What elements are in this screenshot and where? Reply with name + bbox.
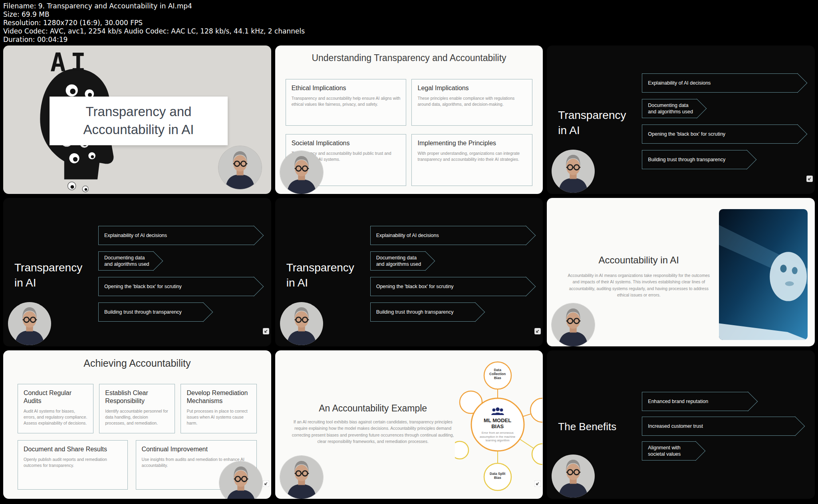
slide-title: Understanding Transparency and Accountab…: [275, 45, 543, 63]
arrow-item: Opening the 'black box' for scrutiny: [370, 277, 526, 296]
slide-text-block: An Accountability Example If an AI recru…: [287, 403, 459, 445]
info-card: Establish Clear Responsibility Identify …: [99, 384, 175, 433]
diagram-center-body: Error from an erroneous assumption in th…: [477, 431, 518, 443]
thumbnail-frame-9-benefits: The Benefits Enhanced brand reputation I…: [547, 350, 815, 499]
people-icon: [477, 407, 518, 417]
slide-title: An Accountability Example: [287, 403, 459, 414]
video-metadata-header: Filename: 9. Transparency and Accountabi…: [0, 0, 818, 45]
info-card: Legal Implications These principles enab…: [411, 79, 532, 126]
diagram-center-title: ML MODEL BIAS: [477, 418, 518, 430]
ai-logo-text: AI: [50, 48, 91, 77]
arrow-item: Increased customer trust: [642, 417, 795, 436]
arrow-item: Building trust through transparency: [370, 302, 475, 322]
video-title-card: Transparency and Accountability in AI: [50, 97, 228, 145]
arrow-item: Documenting data and algorithms used: [642, 99, 697, 118]
slide-title: Accountability in AI: [555, 255, 723, 266]
arrow-item: Building trust through transparency: [98, 302, 203, 322]
thumbnail-frame-2-understanding: Understanding Transparency and Accountab…: [275, 45, 543, 194]
slide-title: The Benefits: [558, 421, 616, 433]
arrow-list: Explainability of AI decisions Documenti…: [98, 226, 254, 322]
thumbnail-frame-8-example: An Accountability Example If an AI recru…: [275, 350, 543, 499]
info-card: Develop Remediation Mechanisms Put proce…: [181, 384, 256, 433]
expand-icon: [263, 480, 269, 487]
card-row-top: Conduct Regular Audits Audit AI systems …: [18, 384, 257, 433]
meta-resolution: Resolution: 1280x720 (16:9), 30.000 FPS: [3, 19, 815, 27]
webcam-avatar: [8, 302, 51, 345]
thumbnail-frame-5-transparency: Transparency in AI Explainability of AI …: [275, 198, 543, 346]
webcam-avatar: [552, 150, 595, 193]
arrow-item: Alignment with societal values: [642, 441, 696, 461]
diagram-node-label: Data Collection Bias: [486, 368, 510, 380]
expand-icon: [263, 328, 269, 334]
slide-title: Transparency in AI: [558, 108, 626, 138]
slide-title: Transparency in AI: [14, 260, 82, 291]
info-card: Conduct Regular Audits Audit AI systems …: [18, 384, 93, 433]
thumbnail-frame-7-achieving: Achieving Accountability Conduct Regular…: [3, 350, 271, 499]
thumbnail-grid: AI Transparency and Accountability in A: [0, 45, 818, 502]
arrow-item: Documenting data and algorithms used: [370, 251, 425, 271]
info-card: Ethical Implications Transparency and ac…: [286, 79, 407, 126]
thumbnail-frame-3-transparency: Transparency in AI Explainability of AI …: [547, 45, 815, 194]
arrow-item: Explainability of AI decisions: [98, 226, 254, 245]
expand-icon: [806, 176, 813, 182]
meta-filename: Filename: 9. Transparency and Accountabi…: [3, 2, 815, 10]
webcam-avatar: [280, 302, 323, 345]
arrow-item: Opening the 'black box' for scrutiny: [642, 125, 798, 144]
arrow-list: Enhanced brand reputation Increased cust…: [642, 392, 795, 461]
slide-body-text: If an AI recruiting tool exhibits bias a…: [287, 419, 459, 445]
webcam-avatar: [552, 455, 595, 498]
meta-size: Size: 69.9 MB: [3, 10, 815, 19]
expand-icon: [534, 480, 541, 487]
slide-title: Transparency in AI: [286, 260, 354, 291]
robot-face-image: [719, 209, 808, 340]
thumbnail-frame-6-accountability: Accountability in AI Accountability in A…: [547, 198, 815, 346]
meta-codec: Video Codec: AVC, avc1, 2254 kb/s Audio …: [3, 27, 815, 36]
bias-diagram: Data Collection Bias ML MODEL BIAS Error…: [455, 350, 542, 499]
webcam-avatar: [280, 456, 323, 499]
arrow-item: Explainability of AI decisions: [370, 226, 526, 245]
arrow-item: Building trust through transparency: [642, 150, 747, 169]
arrow-item: Documenting data and algorithms used: [98, 251, 153, 271]
slide-body-text: Accountability in AI means organizations…: [568, 272, 710, 298]
info-card: Document and Share Results Openly publis…: [18, 440, 128, 490]
slide-title: Achieving Accountability: [3, 350, 271, 369]
webcam-avatar: [552, 303, 595, 346]
webcam-avatar: [280, 151, 323, 194]
expand-icon: [534, 328, 541, 334]
info-card: Implementing the Principles With proper …: [411, 134, 532, 186]
arrow-item: Enhanced brand reputation: [642, 392, 748, 411]
arrow-item: Opening the 'black box' for scrutiny: [98, 277, 254, 296]
arrow-item: Explainability of AI decisions: [642, 73, 798, 93]
webcam-avatar: [218, 146, 262, 189]
meta-duration: Duration: 00:04:19: [3, 36, 815, 44]
thumbnail-frame-4-transparency: Transparency in AI Explainability of AI …: [3, 198, 271, 346]
arrow-list: Explainability of AI decisions Documenti…: [642, 73, 798, 169]
arrow-list: Explainability of AI decisions Documenti…: [370, 226, 526, 322]
diagram-node-label: Data Split Bias: [486, 472, 510, 480]
thumbnail-frame-1-title: AI Transparency and Accountability in A: [3, 45, 271, 194]
diagram-center-node: ML MODEL BIAS Error from an erroneous as…: [477, 407, 518, 443]
